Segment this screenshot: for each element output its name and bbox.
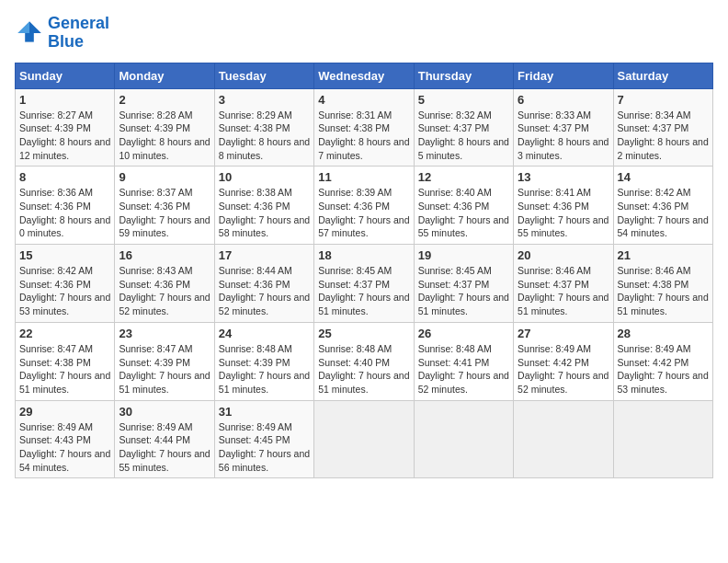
day-number: 23 [119, 327, 210, 340]
calendar-cell: 25 Sunrise: 8:48 AM Sunset: 4:40 PM Dayl… [314, 322, 414, 400]
day-number: 7 [618, 93, 709, 107]
calendar-cell: 28 Sunrise: 8:49 AM Sunset: 4:42 PM Dayl… [613, 322, 712, 400]
calendar-cell: 13 Sunrise: 8:41 AM Sunset: 4:36 PM Dayl… [514, 167, 613, 245]
calendar-week-row: 29 Sunrise: 8:49 AM Sunset: 4:43 PM Dayl… [16, 400, 713, 478]
day-number: 4 [318, 93, 409, 107]
day-number: 20 [518, 248, 609, 262]
calendar-cell: 8 Sunrise: 8:36 AM Sunset: 4:36 PM Dayli… [16, 167, 115, 245]
calendar-cell: 11 Sunrise: 8:39 AM Sunset: 4:36 PM Dayl… [314, 167, 414, 245]
day-number: 24 [219, 327, 310, 340]
day-info: Sunrise: 8:27 AM Sunset: 4:39 PM Dayligh… [19, 109, 110, 163]
day-info: Sunrise: 8:31 AM Sunset: 4:38 PM Dayligh… [318, 109, 409, 163]
calendar-cell: 1 Sunrise: 8:27 AM Sunset: 4:39 PM Dayli… [16, 88, 115, 167]
calendar-cell: 9 Sunrise: 8:37 AM Sunset: 4:36 PM Dayli… [115, 167, 214, 245]
day-number: 18 [318, 248, 409, 262]
logo: General Blue [15, 15, 109, 52]
weekday-header: Sunday [16, 63, 115, 88]
calendar-cell [414, 400, 513, 478]
day-info: Sunrise: 8:42 AM Sunset: 4:36 PM Dayligh… [19, 264, 110, 318]
logo-text: General Blue [48, 15, 109, 52]
svg-marker-0 [29, 21, 41, 33]
calendar-cell: 12 Sunrise: 8:40 AM Sunset: 4:36 PM Dayl… [414, 167, 513, 245]
day-info: Sunrise: 8:45 AM Sunset: 4:37 PM Dayligh… [418, 264, 509, 318]
calendar-cell: 7 Sunrise: 8:34 AM Sunset: 4:37 PM Dayli… [613, 88, 712, 167]
calendar-cell [314, 400, 414, 478]
day-number: 14 [618, 170, 709, 184]
calendar-cell: 2 Sunrise: 8:28 AM Sunset: 4:39 PM Dayli… [115, 88, 214, 167]
calendar-cell: 29 Sunrise: 8:49 AM Sunset: 4:43 PM Dayl… [16, 400, 115, 478]
svg-rect-2 [25, 33, 34, 42]
day-number: 19 [418, 248, 509, 262]
calendar-cell: 3 Sunrise: 8:29 AM Sunset: 4:38 PM Dayli… [214, 88, 313, 167]
day-number: 21 [618, 248, 709, 262]
calendar-cell: 31 Sunrise: 8:49 AM Sunset: 4:45 PM Dayl… [214, 400, 313, 478]
calendar-cell: 16 Sunrise: 8:43 AM Sunset: 4:36 PM Dayl… [115, 245, 214, 323]
day-info: Sunrise: 8:48 AM Sunset: 4:41 PM Dayligh… [418, 342, 509, 396]
day-info: Sunrise: 8:47 AM Sunset: 4:38 PM Dayligh… [19, 342, 110, 396]
day-info: Sunrise: 8:40 AM Sunset: 4:36 PM Dayligh… [418, 186, 509, 240]
day-info: Sunrise: 8:48 AM Sunset: 4:39 PM Dayligh… [219, 342, 310, 396]
day-number: 12 [418, 170, 509, 184]
calendar-cell: 5 Sunrise: 8:32 AM Sunset: 4:37 PM Dayli… [414, 88, 513, 167]
day-info: Sunrise: 8:46 AM Sunset: 4:38 PM Dayligh… [618, 264, 709, 318]
day-info: Sunrise: 8:44 AM Sunset: 4:36 PM Dayligh… [219, 264, 310, 318]
weekday-header: Wednesday [314, 63, 414, 88]
day-info: Sunrise: 8:49 AM Sunset: 4:45 PM Dayligh… [219, 420, 310, 475]
day-number: 25 [318, 327, 409, 340]
day-info: Sunrise: 8:33 AM Sunset: 4:37 PM Dayligh… [518, 109, 609, 163]
day-number: 30 [119, 405, 210, 419]
day-number: 13 [518, 170, 609, 184]
calendar-cell: 21 Sunrise: 8:46 AM Sunset: 4:38 PM Dayl… [613, 245, 712, 323]
day-info: Sunrise: 8:49 AM Sunset: 4:43 PM Dayligh… [19, 420, 110, 475]
calendar-week-row: 1 Sunrise: 8:27 AM Sunset: 4:39 PM Dayli… [16, 88, 713, 167]
day-number: 1 [19, 93, 110, 107]
calendar-table: SundayMondayTuesdayWednesdayThursdayFrid… [15, 63, 713, 479]
calendar-cell [613, 400, 712, 478]
calendar-cell: 14 Sunrise: 8:42 AM Sunset: 4:36 PM Dayl… [613, 167, 712, 245]
day-number: 22 [19, 327, 110, 340]
calendar-week-row: 8 Sunrise: 8:36 AM Sunset: 4:36 PM Dayli… [16, 167, 713, 245]
day-number: 2 [119, 93, 210, 107]
day-info: Sunrise: 8:34 AM Sunset: 4:37 PM Dayligh… [618, 109, 709, 163]
day-number: 9 [119, 170, 210, 184]
day-number: 15 [19, 248, 110, 262]
day-info: Sunrise: 8:49 AM Sunset: 4:42 PM Dayligh… [618, 342, 709, 396]
day-info: Sunrise: 8:29 AM Sunset: 4:38 PM Dayligh… [219, 109, 310, 163]
day-info: Sunrise: 8:47 AM Sunset: 4:39 PM Dayligh… [119, 342, 210, 396]
day-info: Sunrise: 8:45 AM Sunset: 4:37 PM Dayligh… [318, 264, 409, 318]
calendar-cell: 10 Sunrise: 8:38 AM Sunset: 4:36 PM Dayl… [214, 167, 313, 245]
calendar-cell: 24 Sunrise: 8:48 AM Sunset: 4:39 PM Dayl… [214, 322, 313, 400]
weekday-header: Friday [514, 63, 613, 88]
day-number: 31 [219, 405, 310, 419]
day-info: Sunrise: 8:43 AM Sunset: 4:36 PM Dayligh… [119, 264, 210, 318]
calendar-cell: 19 Sunrise: 8:45 AM Sunset: 4:37 PM Dayl… [414, 245, 513, 323]
day-info: Sunrise: 8:42 AM Sunset: 4:36 PM Dayligh… [618, 186, 709, 240]
calendar-cell: 22 Sunrise: 8:47 AM Sunset: 4:38 PM Dayl… [16, 322, 115, 400]
day-number: 28 [618, 327, 709, 340]
calendar-header-row: SundayMondayTuesdayWednesdayThursdayFrid… [16, 63, 713, 88]
page-header: General Blue [15, 15, 713, 52]
day-number: 8 [19, 170, 110, 184]
calendar-cell: 23 Sunrise: 8:47 AM Sunset: 4:39 PM Dayl… [115, 322, 214, 400]
day-number: 6 [518, 93, 609, 107]
day-number: 16 [119, 248, 210, 262]
calendar-week-row: 15 Sunrise: 8:42 AM Sunset: 4:36 PM Dayl… [16, 245, 713, 323]
day-info: Sunrise: 8:36 AM Sunset: 4:36 PM Dayligh… [19, 186, 110, 240]
day-info: Sunrise: 8:48 AM Sunset: 4:40 PM Dayligh… [318, 342, 409, 396]
calendar-cell [514, 400, 613, 478]
calendar-cell: 27 Sunrise: 8:49 AM Sunset: 4:42 PM Dayl… [514, 322, 613, 400]
calendar-cell: 4 Sunrise: 8:31 AM Sunset: 4:38 PM Dayli… [314, 88, 414, 167]
calendar-cell: 20 Sunrise: 8:46 AM Sunset: 4:37 PM Dayl… [514, 245, 613, 323]
logo-icon [15, 18, 44, 48]
day-info: Sunrise: 8:49 AM Sunset: 4:42 PM Dayligh… [518, 342, 609, 396]
weekday-header: Saturday [613, 63, 712, 88]
day-info: Sunrise: 8:39 AM Sunset: 4:36 PM Dayligh… [318, 186, 409, 240]
calendar-cell: 30 Sunrise: 8:49 AM Sunset: 4:44 PM Dayl… [115, 400, 214, 478]
day-number: 11 [318, 170, 409, 184]
day-number: 29 [19, 405, 110, 419]
calendar-cell: 17 Sunrise: 8:44 AM Sunset: 4:36 PM Dayl… [214, 245, 313, 323]
day-info: Sunrise: 8:49 AM Sunset: 4:44 PM Dayligh… [119, 420, 210, 475]
svg-marker-1 [17, 21, 29, 33]
day-number: 17 [219, 248, 310, 262]
calendar-cell: 18 Sunrise: 8:45 AM Sunset: 4:37 PM Dayl… [314, 245, 414, 323]
